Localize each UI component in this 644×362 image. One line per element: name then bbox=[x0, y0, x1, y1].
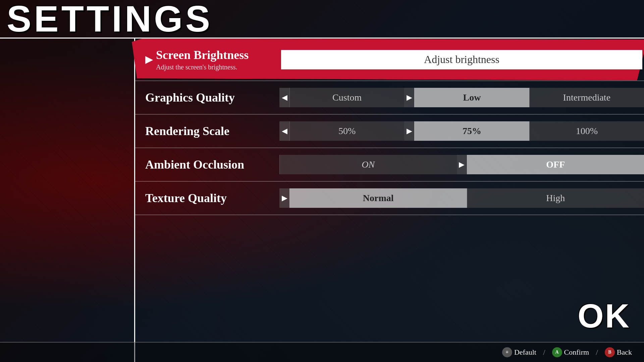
texture-option-high[interactable]: High bbox=[467, 188, 644, 208]
rendering-next-arrow[interactable]: ▶ bbox=[404, 121, 414, 141]
rendering-prev-arrow[interactable]: ◀ bbox=[279, 121, 289, 141]
ambient-occlusion-control: ON ▶ OFF bbox=[279, 155, 644, 174]
texture-option-normal[interactable]: Normal bbox=[289, 188, 467, 208]
rendering-scale-control: ◀ 50% ▶ 75% 100% bbox=[279, 121, 644, 141]
rendering-scale-label: Rendering Scale bbox=[135, 115, 279, 147]
ambient-occlusion-selector: ON ▶ OFF bbox=[279, 155, 644, 174]
rendering-option-50[interactable]: 50% bbox=[289, 121, 404, 141]
ambient-option-off[interactable]: OFF bbox=[467, 155, 644, 174]
ambient-occlusion-row[interactable]: Ambient Occlusion ON ▶ OFF bbox=[135, 148, 644, 182]
default-button-icon[interactable]: ≡ bbox=[502, 347, 512, 357]
texture-quality-control: ▶ Normal High bbox=[279, 188, 644, 208]
graphics-option-intermediate[interactable]: Intermediate bbox=[529, 88, 644, 107]
graphics-option-low[interactable]: Low bbox=[414, 88, 529, 107]
graphics-option-custom[interactable]: Custom bbox=[289, 88, 404, 107]
default-hint: ≡ Default bbox=[497, 346, 542, 359]
confirm-label: Confirm bbox=[564, 348, 589, 357]
graphics-quality-label: Graphics Quality bbox=[135, 81, 279, 114]
hint-divider-1: / bbox=[543, 348, 545, 357]
confirm-hint: A Confirm bbox=[547, 346, 595, 359]
texture-quality-selector: ▶ Normal High bbox=[279, 188, 644, 208]
graphics-quality-selector: ◀ Custom ▶ Low Intermediate bbox=[279, 88, 644, 107]
ok-label: OK bbox=[578, 297, 631, 335]
ambient-next-arrow[interactable]: ▶ bbox=[457, 155, 467, 174]
rendering-option-75[interactable]: 75% bbox=[414, 121, 529, 141]
rendering-option-100[interactable]: 100% bbox=[529, 121, 644, 141]
graphics-next-arrow[interactable]: ▶ bbox=[404, 88, 414, 107]
screen-brightness-row[interactable]: ▶ Screen Brightness Adjust the screen's … bbox=[135, 39, 644, 81]
brightness-sublabel: Adjust the screen's brightness. bbox=[156, 63, 249, 71]
rendering-scale-selector: ◀ 50% ▶ 75% 100% bbox=[279, 121, 644, 141]
ambient-occlusion-label: Ambient Occlusion bbox=[135, 148, 279, 181]
texture-quality-label: Texture Quality bbox=[135, 182, 279, 215]
title-area: SETTINGS bbox=[0, 0, 644, 39]
back-button-icon[interactable]: B bbox=[605, 347, 615, 357]
settings-panel: ▶ Screen Brightness Adjust the screen's … bbox=[135, 39, 644, 362]
bottom-bar: ≡ Default / A Confirm / B Back bbox=[0, 342, 644, 362]
graphics-quality-control: ◀ Custom ▶ Low Intermediate bbox=[279, 88, 644, 107]
confirm-button-icon[interactable]: A bbox=[552, 347, 562, 357]
screen-brightness-label: ▶ Screen Brightness Adjust the screen's … bbox=[135, 39, 279, 80]
row-arrow-icon: ▶ bbox=[145, 54, 153, 65]
texture-quality-row[interactable]: Texture Quality ▶ Normal High bbox=[135, 182, 644, 215]
back-label: Back bbox=[617, 348, 632, 357]
back-hint: B Back bbox=[599, 346, 637, 359]
ambient-option-on[interactable]: ON bbox=[279, 155, 457, 174]
graphics-quality-row[interactable]: Graphics Quality ◀ Custom ▶ Low Intermed… bbox=[135, 81, 644, 115]
rendering-scale-row[interactable]: Rendering Scale ◀ 50% ▶ 75% 100% bbox=[135, 115, 644, 148]
brightness-control-area: Adjust brightness bbox=[279, 50, 644, 69]
brightness-value-box[interactable]: Adjust brightness bbox=[281, 50, 642, 69]
main-content: SETTINGS ▶ Screen Brightness Adjust the … bbox=[0, 0, 644, 362]
hint-divider-2: / bbox=[596, 348, 598, 357]
texture-prev-arrow[interactable]: ▶ bbox=[279, 188, 289, 208]
ok-area: OK bbox=[578, 297, 631, 335]
graphics-prev-arrow[interactable]: ◀ bbox=[279, 88, 289, 107]
page-title: SETTINGS bbox=[7, 0, 213, 37]
default-label: Default bbox=[514, 348, 536, 357]
